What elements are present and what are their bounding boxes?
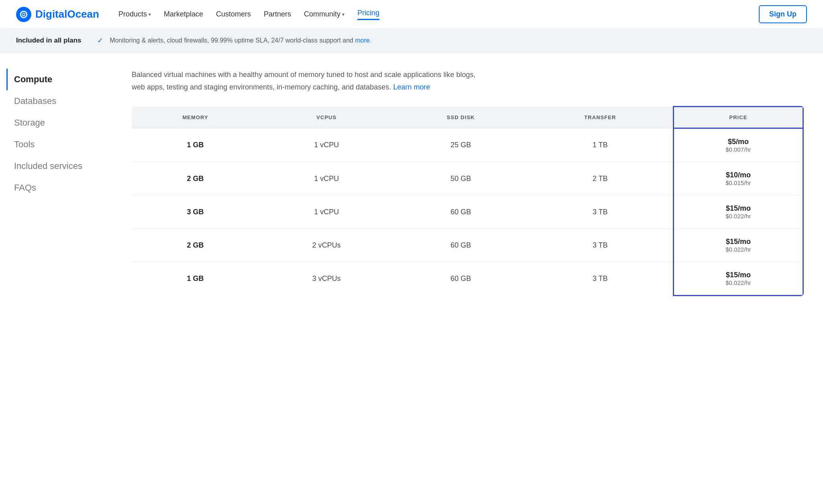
table-row: 2 GB 1 vCPU 50 GB 2 TB $10/mo $0.015/hr [132, 162, 803, 195]
row2-price: $10/mo $0.015/hr [673, 162, 803, 195]
nav-links: Products ▾ Marketplace Customers Partner… [118, 9, 759, 20]
sidebar-item-compute[interactable]: Compute [6, 69, 100, 90]
nav-marketplace[interactable]: Marketplace [164, 10, 203, 18]
main-layout: Compute Databases Storage Tools Included… [0, 53, 823, 504]
row1-vcpus: 1 vCPU [259, 128, 394, 162]
col-ssd: SSD DISK [394, 107, 528, 128]
table-row: 3 GB 1 vCPU 60 GB 3 TB $15/mo $0.022/hr [132, 195, 803, 229]
col-vcpus: VCPUS [259, 107, 394, 128]
table-row: 1 GB 3 vCPUs 60 GB 3 TB $15/mo $0.022/hr [132, 262, 803, 296]
col-transfer: TRANSFER [528, 107, 673, 128]
row2-vcpus: 1 vCPU [259, 162, 394, 195]
col-memory: MEMORY [132, 107, 259, 128]
navigation: DigitalOcean Products ▾ Marketplace Cust… [0, 0, 823, 29]
nav-partners[interactable]: Partners [264, 10, 291, 18]
brand-name: DigitalOcean [35, 8, 99, 20]
row3-memory: 3 GB [132, 195, 259, 229]
row1-transfer: 1 TB [528, 128, 673, 162]
row1-ssd: 25 GB [394, 128, 528, 162]
products-chevron-icon: ▾ [149, 12, 151, 17]
row4-transfer: 3 TB [528, 229, 673, 262]
row5-vcpus: 3 vCPUs [259, 262, 394, 296]
plans-banner-title: Included in all plans [16, 37, 81, 45]
table-row: 2 GB 2 vCPUs 60 GB 3 TB $15/mo $0.022/hr [132, 229, 803, 262]
row2-memory: 2 GB [132, 162, 259, 195]
row3-vcpus: 1 vCPU [259, 195, 394, 229]
community-chevron-icon: ▾ [342, 12, 344, 17]
sidebar-item-storage[interactable]: Storage [6, 112, 100, 134]
row5-transfer: 3 TB [528, 262, 673, 296]
sidebar-item-databases[interactable]: Databases [6, 90, 100, 112]
sidebar: Compute Databases Storage Tools Included… [0, 53, 112, 504]
pricing-table-body: 1 GB 1 vCPU 25 GB 1 TB $5/mo $0.007/hr 2… [132, 128, 803, 296]
logo-icon [16, 7, 31, 22]
sidebar-item-tools[interactable]: Tools [6, 134, 100, 155]
plans-banner: Included in all plans ✓ Monitoring & ale… [0, 29, 823, 53]
nav-pricing[interactable]: Pricing [357, 9, 379, 20]
table-header-row: MEMORY VCPUS SSD DISK TRANSFER PRICE [132, 107, 803, 128]
content-description: Balanced virtual machines with a healthy… [132, 69, 477, 93]
row4-vcpus: 2 vCPUs [259, 229, 394, 262]
col-price: PRICE [673, 107, 803, 128]
row1-memory: 1 GB [132, 128, 259, 162]
logo-link[interactable]: DigitalOcean [16, 7, 99, 22]
row3-transfer: 3 TB [528, 195, 673, 229]
row4-price: $15/mo $0.022/hr [673, 229, 803, 262]
nav-products[interactable]: Products ▾ [118, 10, 151, 18]
row5-memory: 1 GB [132, 262, 259, 296]
pricing-table-header: MEMORY VCPUS SSD DISK TRANSFER PRICE [132, 107, 803, 128]
row5-price: $15/mo $0.022/hr [673, 262, 803, 296]
pricing-table: MEMORY VCPUS SSD DISK TRANSFER PRICE 1 G… [132, 106, 804, 296]
learn-more-link[interactable]: Learn more [393, 83, 430, 91]
main-content: Balanced virtual machines with a healthy… [112, 53, 823, 504]
row4-ssd: 60 GB [394, 229, 528, 262]
table-row: 1 GB 1 vCPU 25 GB 1 TB $5/mo $0.007/hr [132, 128, 803, 162]
plans-banner-text: Monitoring & alerts, cloud firewalls, 99… [110, 37, 371, 44]
sidebar-item-faqs[interactable]: FAQs [6, 177, 100, 199]
row1-price: $5/mo $0.007/hr [673, 128, 803, 162]
nav-customers[interactable]: Customers [216, 10, 251, 18]
row3-ssd: 60 GB [394, 195, 528, 229]
check-icon: ✓ [97, 36, 103, 45]
signup-button[interactable]: Sign Up [759, 5, 807, 23]
row3-price: $15/mo $0.022/hr [673, 195, 803, 229]
row2-transfer: 2 TB [528, 162, 673, 195]
nav-community[interactable]: Community ▾ [304, 10, 344, 18]
plans-banner-more-link[interactable]: more. [355, 37, 371, 44]
sidebar-item-included-services[interactable]: Included services [6, 155, 100, 177]
row2-ssd: 50 GB [394, 162, 528, 195]
row4-memory: 2 GB [132, 229, 259, 262]
row5-ssd: 60 GB [394, 262, 528, 296]
